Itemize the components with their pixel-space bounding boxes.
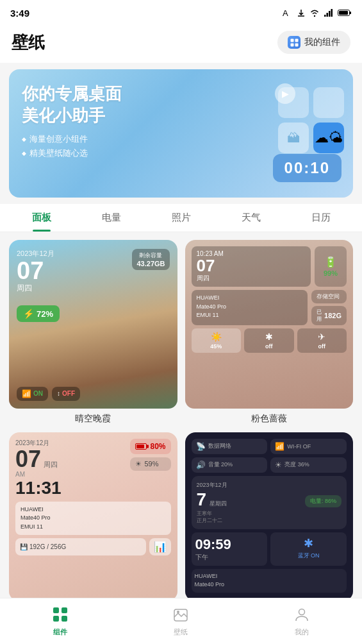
card1-battery: ⚡ 72% [17, 305, 60, 322]
card4-content: 📡 数据网络 📶 WI-FI OF 🔊 音量 20% ☀ [185, 432, 354, 601]
tab-battery[interactable]: 电量 [76, 204, 146, 232]
widget-card-3[interactable]: 2023年12月 07 周四 AM 11:31 [9, 432, 177, 606]
card1-content: 2023年12月 07 周四 剩余容量 43.27GB ⚡ 72% [9, 240, 177, 409]
card2-bt-toggle: ✱ off [244, 328, 294, 353]
card2-toggles: ☀️ 45% ✱ off ✈ off [192, 328, 347, 353]
card2-content: 10:23 AM 07 周四 🔋 99% HUAWEIMate40 ProEMU… [185, 240, 354, 409]
tab-calendar[interactable]: 日历 [286, 204, 356, 232]
card4-network: 📡 数据网络 [192, 439, 268, 454]
widget-image-cell: 🏔 [278, 123, 309, 153]
tab-photos[interactable]: 照片 [146, 204, 216, 232]
card2-datetime: 10:23 AM 07 周四 [192, 246, 311, 287]
widget-cell-1 [278, 87, 309, 118]
widget-cell-2 [313, 87, 344, 118]
banner-clock: 00:10 [273, 154, 341, 182]
svg-point-18 [177, 611, 179, 613]
card2-label: 粉色蔷薇 [185, 413, 354, 425]
widget-grid: 2023年12月 07 周四 剩余容量 43.27GB ⚡ 72% [0, 232, 362, 613]
profile-nav-icon [293, 606, 310, 625]
svg-rect-15 [62, 607, 67, 613]
card4-wifi: 📶 WI-FI OF [270, 439, 347, 454]
status-bar: 3:49 A [0, 0, 362, 26]
card1-weekday: 周四 [17, 283, 54, 294]
svg-rect-4 [327, 13, 329, 17]
card1-wifi-toggle: 📶 ON [17, 387, 48, 401]
a-icon: A [283, 8, 293, 18]
svg-rect-10 [290, 38, 293, 42]
download-icon [297, 8, 306, 17]
nav-label-wallpaper: 壁纸 [174, 627, 188, 637]
signal-icon [324, 8, 334, 17]
nav-item-profile[interactable]: 我的 [242, 602, 362, 641]
card2-device: HUAWEIMate40 ProEMUI 11 [192, 290, 308, 325]
card3-content: 2023年12月 07 周四 AM 11:31 [9, 432, 177, 601]
svg-rect-13 [295, 43, 298, 46]
card4-sound: 🔊 音量 20% [192, 457, 268, 473]
page-title: 壁纸 [12, 31, 45, 54]
nav-item-wallpaper[interactable]: 壁纸 [120, 602, 241, 641]
card2-battery: 🔋 99% [315, 246, 347, 287]
card1-day: 07 [17, 258, 54, 283]
card2-storage-label: 存储空间 [311, 290, 347, 303]
widget-weather-cell: ☁🌤 [313, 123, 344, 153]
widget-icon [288, 36, 300, 49]
svg-rect-8 [339, 11, 348, 15]
bottom-nav: 组件 壁纸 我的 [0, 598, 362, 644]
svg-rect-11 [295, 38, 298, 42]
card2-storage-value: 已用 182G [311, 306, 347, 325]
card4-brightness: ☀ 亮度 36% [270, 457, 347, 473]
card3-storage: 💾 192G / 256G 📊 [15, 538, 171, 555]
svg-rect-14 [53, 607, 59, 613]
widgets-nav-icon [52, 606, 69, 625]
svg-rect-3 [324, 15, 326, 17]
widget-card-fenseshanwei[interactable]: 10:23 AM 07 周四 🔋 99% HUAWEIMate40 ProEMU… [185, 240, 354, 425]
nav-item-widgets[interactable]: 组件 [0, 602, 120, 641]
battery-status-icon [338, 9, 352, 17]
svg-rect-5 [329, 11, 331, 17]
tab-weather[interactable]: 天气 [216, 204, 286, 232]
card4-device: HUAWEIMate40 Pro [192, 569, 347, 593]
card4-bottom: 09:59 下午 ✱ 蓝牙 ON [192, 532, 347, 566]
card1-data-toggle: ↕ OFF [52, 387, 80, 401]
svg-rect-17 [62, 616, 67, 622]
card3-device: HUAWEIMate40 ProEMUI 11 [15, 502, 171, 536]
svg-rect-6 [331, 9, 333, 17]
card1-toggles: 📶 ON ↕ OFF [17, 387, 170, 401]
my-widgets-label: 我的组件 [304, 37, 340, 48]
status-time: 3:49 [10, 8, 29, 19]
widget-card-qingkongwanxia[interactable]: 2023年12月 07 周四 剩余容量 43.27GB ⚡ 72% [9, 240, 177, 425]
card3-brightness: ☀ 59% [130, 457, 170, 471]
banner: 你的专属桌面美化小助手 海量创意小组件 精美壁纸随心选 ▶ 🏔 ☁🌤 00:10 [9, 69, 353, 198]
svg-point-2 [314, 15, 315, 17]
wifi-icon [309, 8, 320, 17]
widget-card-4[interactable]: 📡 数据网络 📶 WI-FI OF 🔊 音量 20% ☀ [185, 432, 354, 606]
tab-bar: 面板 电量 照片 天气 日历 [0, 204, 362, 232]
svg-point-19 [299, 609, 304, 614]
svg-text:A: A [283, 8, 288, 18]
svg-rect-12 [290, 43, 293, 46]
my-widgets-button[interactable]: 我的组件 [277, 31, 350, 54]
header: 壁纸 我的组件 [0, 26, 362, 63]
nav-label-widgets: 组件 [53, 627, 67, 637]
banner-illustration: ▶ 🏔 ☁🌤 00:10 [212, 76, 347, 191]
card1-label: 晴空晚霞 [9, 413, 177, 425]
tab-panel[interactable]: 面板 [6, 204, 76, 232]
status-icons: A [283, 8, 352, 18]
svg-rect-9 [350, 12, 352, 14]
card2-airplane-toggle: ✈ off [297, 328, 347, 353]
nav-label-profile: 我的 [295, 627, 309, 637]
svg-rect-16 [53, 616, 59, 622]
wallpaper-nav-icon [172, 606, 189, 625]
card1-storage: 剩余容量 43.27GB [132, 249, 169, 270]
card2-brightness-toggle: ☀️ 45% [192, 328, 242, 353]
